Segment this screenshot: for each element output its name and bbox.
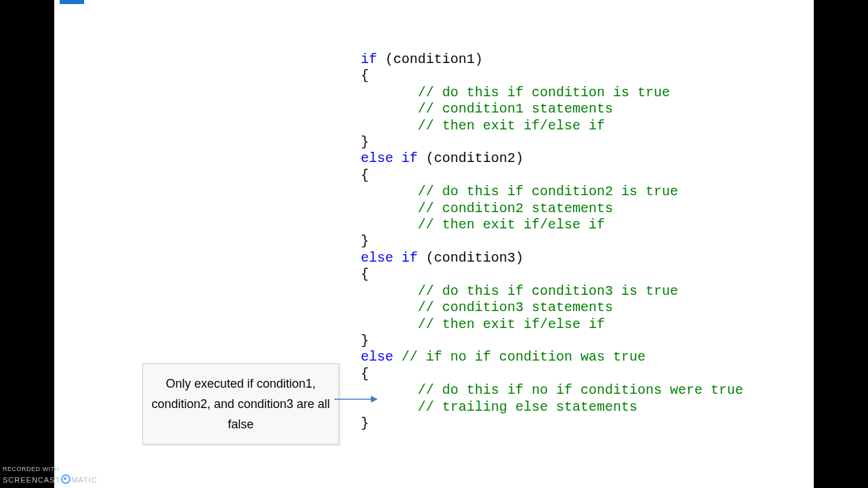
callout-text: Only executed if condition1, condition2,… xyxy=(151,377,330,431)
toolbar-highlight xyxy=(60,0,84,4)
toolbar-sliver xyxy=(54,0,814,7)
watermark-logo-icon xyxy=(61,474,71,484)
code-block: if (condition1) { // do this if conditio… xyxy=(361,52,743,432)
watermark-line1: RECORDED WITH xyxy=(3,465,98,473)
watermark-brand: SCREENCASTMATIC xyxy=(3,473,98,484)
callout-box: Only executed if condition1, condition2,… xyxy=(142,363,339,445)
letterbox-right xyxy=(814,0,868,488)
watermark: RECORDED WITH SCREENCASTMATIC xyxy=(3,465,98,484)
document-canvas: if (condition1) { // do this if conditio… xyxy=(54,0,814,488)
letterbox-left xyxy=(0,0,54,488)
